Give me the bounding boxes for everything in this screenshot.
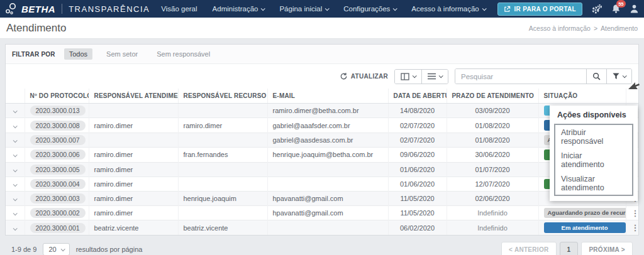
cell-resp-recurso: ramiro.dimer bbox=[178, 118, 267, 133]
table-row: 2020.3000.008 ramiro.dimer ramiro.dimer … bbox=[6, 118, 638, 133]
breadcrumb-current: Atendimento bbox=[601, 24, 638, 32]
cell-abertura: 09/06/2020 bbox=[388, 148, 447, 162]
row-expand-chevron[interactable] bbox=[11, 179, 19, 189]
cell-resp-recurso bbox=[178, 133, 267, 147]
cell-prazo: Indefinido bbox=[447, 220, 538, 235]
row-expand-chevron[interactable] bbox=[11, 223, 19, 233]
menu-item-atribuir-responsavel[interactable]: Atribuir responsável bbox=[555, 125, 632, 148]
search-group bbox=[455, 68, 632, 84]
header-expand bbox=[6, 89, 25, 104]
chevron-down-icon bbox=[623, 73, 627, 78]
previous-page-button[interactable]: < ANTERIOR bbox=[501, 242, 556, 255]
list-options-button[interactable] bbox=[421, 70, 448, 84]
protocol-pill: 2020.3000.013 bbox=[30, 106, 86, 116]
atendimento-card: FILTRAR POR Todos Sem setor Sem responsá… bbox=[5, 44, 639, 236]
menu-item-iniciar-atendimento[interactable]: Iniciar atendimento bbox=[555, 148, 632, 171]
filter-todos[interactable]: Todos bbox=[64, 48, 92, 60]
row-expand-chevron[interactable] bbox=[11, 106, 19, 116]
row-actions-kebab-icon[interactable]: ⋮ bbox=[631, 223, 639, 232]
nav-administracao[interactable]: Administração bbox=[213, 5, 265, 13]
betha-logo[interactable]: BETHA bbox=[5, 2, 55, 16]
page-header: Atendimento Acesso à informação > Atendi… bbox=[0, 18, 644, 39]
cell-abertura: 14/08/2020 bbox=[388, 104, 447, 118]
user-profile-icon[interactable] bbox=[630, 4, 639, 14]
column-picker-button[interactable] bbox=[395, 70, 421, 84]
search-button[interactable] bbox=[586, 69, 606, 84]
table-row: 2020.3000.005 ramiro.dimer 01/06/2020 01… bbox=[6, 162, 638, 176]
cell-resp-recurso: fran.fernandes bbox=[178, 148, 267, 162]
protocol-pill: 2020.3000.007 bbox=[30, 135, 86, 145]
row-actions-kebab-icon[interactable]: ⋮ bbox=[631, 209, 639, 218]
cell-abertura: 02/07/2020 bbox=[388, 133, 447, 147]
nav-configuracoes[interactable]: Configurações bbox=[343, 5, 396, 13]
page-size-select[interactable]: 20 bbox=[43, 243, 69, 255]
protocol-pill: 2020.3000.003 bbox=[30, 193, 86, 203]
brand-separator bbox=[62, 4, 62, 14]
cell-email: hpavanatti@gmail.com bbox=[267, 191, 388, 205]
current-page-button[interactable]: 1 bbox=[560, 242, 579, 255]
chevron-down-icon bbox=[439, 73, 443, 78]
chevron-down-icon bbox=[482, 6, 486, 11]
cell-abertura: 01/06/2020 bbox=[388, 162, 447, 176]
header-situacao: SITUAÇÃO bbox=[538, 89, 626, 104]
protocol-pill: 2020.3000.008 bbox=[30, 121, 86, 131]
nav-acesso-informacao[interactable]: Acesso à informação bbox=[411, 5, 485, 13]
chevron-down-icon bbox=[393, 6, 397, 11]
row-expand-chevron[interactable] bbox=[11, 121, 19, 131]
search-input[interactable] bbox=[455, 69, 586, 84]
page-title: Atendimento bbox=[6, 22, 66, 35]
status-badge: Em atendimento bbox=[544, 222, 626, 232]
search-icon bbox=[592, 72, 601, 80]
row-actions-menu: Ações disponíveis Atribuir responsável I… bbox=[550, 106, 638, 201]
table-row: 2020.3000.002 ramiro.dimer hpavanatti@gm… bbox=[6, 205, 638, 220]
main-nav: Visão geral Administração Página inicial… bbox=[161, 5, 486, 13]
breadcrumb-parent[interactable]: Acesso à informação bbox=[529, 24, 591, 32]
cell-prazo: 01/07/2020 bbox=[447, 162, 538, 176]
table-row: 2020.3000.007 gabriel@aasdesas.com.br 02… bbox=[6, 133, 638, 147]
filter-sem-responsavel[interactable]: Sem responsável bbox=[152, 48, 215, 60]
cell-abertura: 06/02/2020 bbox=[388, 220, 447, 235]
row-expand-chevron[interactable] bbox=[11, 193, 19, 203]
breadcrumb: Acesso à informação > Atendimento bbox=[529, 24, 638, 32]
cell-resp-atendimento: beatriz.vicente bbox=[89, 220, 178, 235]
table-row: 2020.3000.006 ramiro.dimer fran.fernande… bbox=[6, 148, 638, 162]
header-prazo: PRAZO DE ATENDIMENTO bbox=[447, 89, 538, 104]
cell-abertura: 01/06/2020 bbox=[388, 176, 447, 191]
go-to-portal-button[interactable]: IR PARA O PORTAL bbox=[497, 3, 582, 16]
cell-prazo: 02/06/2020 bbox=[447, 191, 538, 205]
cell-prazo: 30/06/2020 bbox=[447, 148, 538, 162]
row-expand-chevron[interactable] bbox=[11, 135, 19, 145]
cell-email: gabriel@aasdesas.com.br bbox=[267, 133, 388, 147]
chevron-down-icon bbox=[325, 6, 330, 11]
refresh-button[interactable]: ATUALIZAR bbox=[340, 72, 388, 80]
row-expand-chevron[interactable] bbox=[11, 208, 19, 218]
protocol-pill: 2020.3000.001 bbox=[30, 223, 86, 233]
cell-resp-recurso bbox=[178, 205, 267, 220]
row-expand-chevron[interactable] bbox=[11, 165, 19, 175]
cell-resp-atendimento: ramiro.dimer bbox=[89, 205, 178, 220]
filter-sem-setor[interactable]: Sem setor bbox=[101, 48, 143, 60]
settings-gears-icon[interactable] bbox=[591, 4, 602, 14]
betha-molecule-icon bbox=[5, 2, 18, 16]
header-resp-atendimento: RESPONSÁVEL ATENDIMENTO bbox=[89, 89, 178, 104]
cell-prazo: 01/08/2020 bbox=[447, 133, 538, 147]
cell-resp-atendimento: ramiro.dimer bbox=[89, 118, 178, 133]
chevron-down-icon bbox=[413, 73, 417, 78]
atendimentos-table: Nº DO PROTOCOLO RESPONSÁVEL ATENDIMENTO … bbox=[6, 89, 638, 235]
cell-email: hpavanatti@gmail.com bbox=[267, 205, 388, 220]
actions-menu-title: Ações disponíveis bbox=[550, 106, 638, 123]
nav-visao-geral[interactable]: Visão geral bbox=[161, 5, 197, 13]
cell-abertura: 11/05/2020 bbox=[388, 191, 447, 205]
row-expand-chevron[interactable] bbox=[11, 149, 19, 160]
table-header-row: Nº DO PROTOCOLO RESPONSÁVEL ATENDIMENTO … bbox=[6, 89, 638, 104]
filter-funnel-button[interactable] bbox=[606, 69, 631, 84]
next-page-button[interactable]: PRÓXIMA > bbox=[581, 242, 633, 255]
cell-email bbox=[267, 176, 388, 191]
table-row: 2020.3000.003 ramiro.dimer henrique.joaq… bbox=[6, 191, 638, 205]
menu-item-visualizar-atendimento[interactable]: Visualizar atendimento bbox=[555, 171, 632, 195]
table-footer: 1-9 de 9 20 resultados por página < ANTE… bbox=[5, 242, 639, 255]
nav-pagina-inicial[interactable]: Página inicial bbox=[279, 5, 328, 13]
notifications-bell-icon[interactable]: 55 bbox=[611, 4, 621, 14]
cell-resp-atendimento: ramiro.dimer bbox=[89, 148, 178, 162]
per-page-label: resultados por página bbox=[76, 246, 143, 253]
